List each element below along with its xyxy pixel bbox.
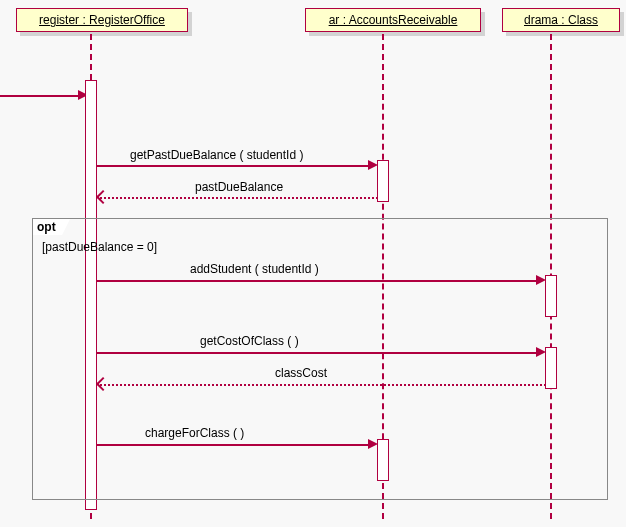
message-label: classCost [275, 366, 327, 380]
activation-drama-2 [545, 347, 557, 389]
activation-drama-1 [545, 275, 557, 317]
message-label: addStudent ( studentId ) [190, 262, 319, 276]
activation-ar-2 [377, 439, 389, 481]
lifeline-label: ar : AccountsReceivable [329, 13, 458, 27]
lifeline-label: register : RegisterOffice [39, 13, 165, 27]
fragment-operator: opt [32, 218, 62, 235]
arrow-head-icon [96, 190, 110, 204]
lifeline-label: drama : Class [524, 13, 598, 27]
message-arrow [96, 165, 370, 167]
lifeline-head-drama: drama : Class [502, 8, 620, 32]
message-label: chargeForClass ( ) [145, 426, 244, 440]
lifeline-head-ar: ar : AccountsReceivable [305, 8, 481, 32]
return-arrow [100, 197, 378, 199]
message-arrow [96, 352, 538, 354]
message-arrow [96, 444, 370, 446]
sequence-diagram: register : RegisterOffice ar : AccountsR… [0, 0, 626, 527]
activation-ar-1 [377, 160, 389, 202]
fragment-operator-text: opt [37, 220, 56, 234]
message-label: getCostOfClass ( ) [200, 334, 299, 348]
fragment-guard: [pastDueBalance = 0] [42, 240, 157, 254]
message-label: getPastDueBalance ( studentId ) [130, 148, 303, 162]
found-message-arrow [0, 95, 80, 97]
lifeline-head-register: register : RegisterOffice [16, 8, 188, 32]
return-arrow [100, 384, 546, 386]
message-label: pastDueBalance [195, 180, 283, 194]
fragment-opt: opt [32, 218, 608, 500]
message-arrow [96, 280, 538, 282]
